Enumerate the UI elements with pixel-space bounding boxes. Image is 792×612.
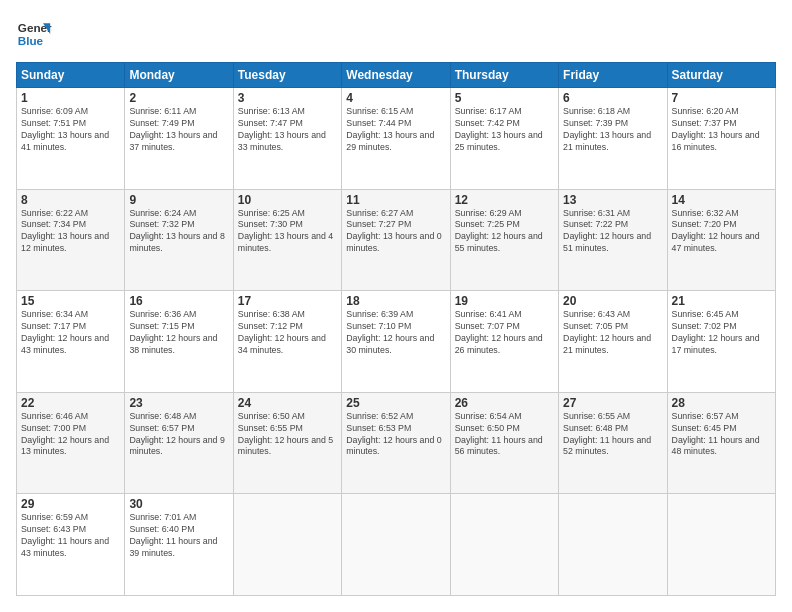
logo: General Blue <box>16 16 52 52</box>
day-number: 18 <box>346 294 445 308</box>
day-info: Sunrise: 6:25 AMSunset: 7:30 PMDaylight:… <box>238 208 337 256</box>
calendar-cell <box>233 494 341 596</box>
calendar-cell: 17Sunrise: 6:38 AMSunset: 7:12 PMDayligh… <box>233 291 341 393</box>
calendar-cell: 30Sunrise: 7:01 AMSunset: 6:40 PMDayligh… <box>125 494 233 596</box>
day-number: 16 <box>129 294 228 308</box>
calendar-cell: 1Sunrise: 6:09 AMSunset: 7:51 PMDaylight… <box>17 88 125 190</box>
calendar-cell <box>559 494 667 596</box>
day-info: Sunrise: 6:31 AMSunset: 7:22 PMDaylight:… <box>563 208 662 256</box>
day-number: 14 <box>672 193 771 207</box>
weekday-header-wednesday: Wednesday <box>342 63 450 88</box>
day-number: 2 <box>129 91 228 105</box>
day-info: Sunrise: 7:01 AMSunset: 6:40 PMDaylight:… <box>129 512 228 560</box>
calendar-cell: 29Sunrise: 6:59 AMSunset: 6:43 PMDayligh… <box>17 494 125 596</box>
calendar-cell: 14Sunrise: 6:32 AMSunset: 7:20 PMDayligh… <box>667 189 775 291</box>
weekday-header-thursday: Thursday <box>450 63 558 88</box>
day-info: Sunrise: 6:52 AMSunset: 6:53 PMDaylight:… <box>346 411 445 459</box>
day-info: Sunrise: 6:39 AMSunset: 7:10 PMDaylight:… <box>346 309 445 357</box>
calendar-cell <box>342 494 450 596</box>
calendar-cell: 16Sunrise: 6:36 AMSunset: 7:15 PMDayligh… <box>125 291 233 393</box>
page: General Blue SundayMondayTuesdayWednesda… <box>0 0 792 612</box>
day-info: Sunrise: 6:15 AMSunset: 7:44 PMDaylight:… <box>346 106 445 154</box>
day-info: Sunrise: 6:32 AMSunset: 7:20 PMDaylight:… <box>672 208 771 256</box>
day-info: Sunrise: 6:38 AMSunset: 7:12 PMDaylight:… <box>238 309 337 357</box>
calendar-cell: 7Sunrise: 6:20 AMSunset: 7:37 PMDaylight… <box>667 88 775 190</box>
day-number: 10 <box>238 193 337 207</box>
calendar-cell: 22Sunrise: 6:46 AMSunset: 7:00 PMDayligh… <box>17 392 125 494</box>
day-info: Sunrise: 6:59 AMSunset: 6:43 PMDaylight:… <box>21 512 120 560</box>
day-number: 26 <box>455 396 554 410</box>
calendar-cell: 2Sunrise: 6:11 AMSunset: 7:49 PMDaylight… <box>125 88 233 190</box>
day-info: Sunrise: 6:36 AMSunset: 7:15 PMDaylight:… <box>129 309 228 357</box>
logo-icon: General Blue <box>16 16 52 52</box>
day-number: 25 <box>346 396 445 410</box>
day-info: Sunrise: 6:29 AMSunset: 7:25 PMDaylight:… <box>455 208 554 256</box>
day-info: Sunrise: 6:11 AMSunset: 7:49 PMDaylight:… <box>129 106 228 154</box>
header: General Blue <box>16 16 776 52</box>
day-number: 5 <box>455 91 554 105</box>
calendar-cell: 11Sunrise: 6:27 AMSunset: 7:27 PMDayligh… <box>342 189 450 291</box>
weekday-header-row: SundayMondayTuesdayWednesdayThursdayFrid… <box>17 63 776 88</box>
calendar-cell: 24Sunrise: 6:50 AMSunset: 6:55 PMDayligh… <box>233 392 341 494</box>
day-number: 15 <box>21 294 120 308</box>
day-number: 6 <box>563 91 662 105</box>
calendar-cell: 28Sunrise: 6:57 AMSunset: 6:45 PMDayligh… <box>667 392 775 494</box>
weekday-header-tuesday: Tuesday <box>233 63 341 88</box>
day-info: Sunrise: 6:18 AMSunset: 7:39 PMDaylight:… <box>563 106 662 154</box>
calendar-cell: 6Sunrise: 6:18 AMSunset: 7:39 PMDaylight… <box>559 88 667 190</box>
day-info: Sunrise: 6:13 AMSunset: 7:47 PMDaylight:… <box>238 106 337 154</box>
calendar-cell: 12Sunrise: 6:29 AMSunset: 7:25 PMDayligh… <box>450 189 558 291</box>
day-number: 3 <box>238 91 337 105</box>
weekday-header-friday: Friday <box>559 63 667 88</box>
calendar-cell: 18Sunrise: 6:39 AMSunset: 7:10 PMDayligh… <box>342 291 450 393</box>
calendar-cell: 19Sunrise: 6:41 AMSunset: 7:07 PMDayligh… <box>450 291 558 393</box>
day-number: 20 <box>563 294 662 308</box>
day-info: Sunrise: 6:45 AMSunset: 7:02 PMDaylight:… <box>672 309 771 357</box>
day-info: Sunrise: 6:09 AMSunset: 7:51 PMDaylight:… <box>21 106 120 154</box>
day-number: 17 <box>238 294 337 308</box>
day-info: Sunrise: 6:24 AMSunset: 7:32 PMDaylight:… <box>129 208 228 256</box>
day-info: Sunrise: 6:57 AMSunset: 6:45 PMDaylight:… <box>672 411 771 459</box>
day-number: 8 <box>21 193 120 207</box>
day-info: Sunrise: 6:46 AMSunset: 7:00 PMDaylight:… <box>21 411 120 459</box>
day-number: 1 <box>21 91 120 105</box>
day-number: 21 <box>672 294 771 308</box>
week-row-2: 8Sunrise: 6:22 AMSunset: 7:34 PMDaylight… <box>17 189 776 291</box>
calendar-cell: 20Sunrise: 6:43 AMSunset: 7:05 PMDayligh… <box>559 291 667 393</box>
day-info: Sunrise: 6:50 AMSunset: 6:55 PMDaylight:… <box>238 411 337 459</box>
calendar-cell: 10Sunrise: 6:25 AMSunset: 7:30 PMDayligh… <box>233 189 341 291</box>
day-info: Sunrise: 6:22 AMSunset: 7:34 PMDaylight:… <box>21 208 120 256</box>
day-number: 12 <box>455 193 554 207</box>
day-info: Sunrise: 6:43 AMSunset: 7:05 PMDaylight:… <box>563 309 662 357</box>
calendar-cell: 13Sunrise: 6:31 AMSunset: 7:22 PMDayligh… <box>559 189 667 291</box>
calendar-cell <box>667 494 775 596</box>
day-number: 4 <box>346 91 445 105</box>
day-number: 24 <box>238 396 337 410</box>
week-row-4: 22Sunrise: 6:46 AMSunset: 7:00 PMDayligh… <box>17 392 776 494</box>
day-number: 7 <box>672 91 771 105</box>
calendar-cell: 25Sunrise: 6:52 AMSunset: 6:53 PMDayligh… <box>342 392 450 494</box>
weekday-header-sunday: Sunday <box>17 63 125 88</box>
day-number: 30 <box>129 497 228 511</box>
day-info: Sunrise: 6:55 AMSunset: 6:48 PMDaylight:… <box>563 411 662 459</box>
day-info: Sunrise: 6:41 AMSunset: 7:07 PMDaylight:… <box>455 309 554 357</box>
calendar-cell: 5Sunrise: 6:17 AMSunset: 7:42 PMDaylight… <box>450 88 558 190</box>
day-number: 28 <box>672 396 771 410</box>
calendar-cell: 3Sunrise: 6:13 AMSunset: 7:47 PMDaylight… <box>233 88 341 190</box>
svg-text:Blue: Blue <box>18 34 44 47</box>
calendar-cell: 26Sunrise: 6:54 AMSunset: 6:50 PMDayligh… <box>450 392 558 494</box>
day-number: 23 <box>129 396 228 410</box>
day-number: 11 <box>346 193 445 207</box>
calendar-cell: 27Sunrise: 6:55 AMSunset: 6:48 PMDayligh… <box>559 392 667 494</box>
calendar-cell: 9Sunrise: 6:24 AMSunset: 7:32 PMDaylight… <box>125 189 233 291</box>
week-row-3: 15Sunrise: 6:34 AMSunset: 7:17 PMDayligh… <box>17 291 776 393</box>
day-number: 9 <box>129 193 228 207</box>
calendar-table: SundayMondayTuesdayWednesdayThursdayFrid… <box>16 62 776 596</box>
day-info: Sunrise: 6:20 AMSunset: 7:37 PMDaylight:… <box>672 106 771 154</box>
weekday-header-saturday: Saturday <box>667 63 775 88</box>
calendar-cell: 15Sunrise: 6:34 AMSunset: 7:17 PMDayligh… <box>17 291 125 393</box>
day-info: Sunrise: 6:34 AMSunset: 7:17 PMDaylight:… <box>21 309 120 357</box>
week-row-5: 29Sunrise: 6:59 AMSunset: 6:43 PMDayligh… <box>17 494 776 596</box>
day-info: Sunrise: 6:48 AMSunset: 6:57 PMDaylight:… <box>129 411 228 459</box>
day-number: 22 <box>21 396 120 410</box>
